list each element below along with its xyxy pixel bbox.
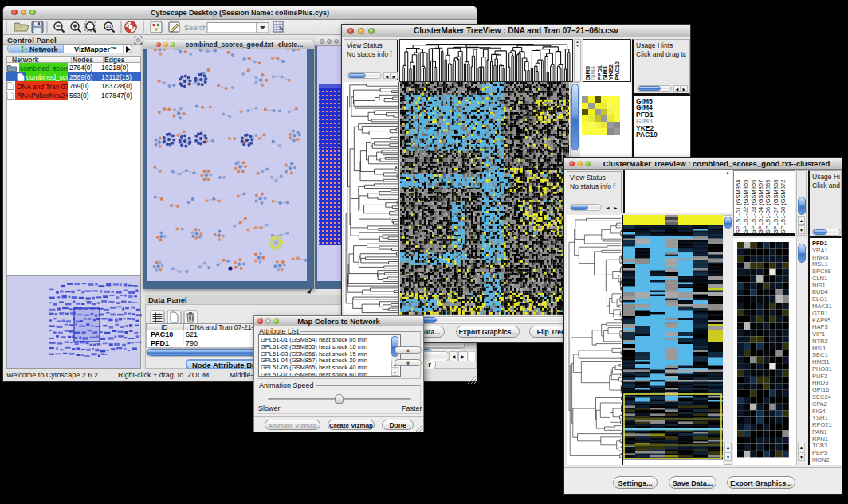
svg-text:Search:: Search: — [184, 24, 209, 32]
svg-text:1:1: 1:1 — [105, 24, 111, 29]
